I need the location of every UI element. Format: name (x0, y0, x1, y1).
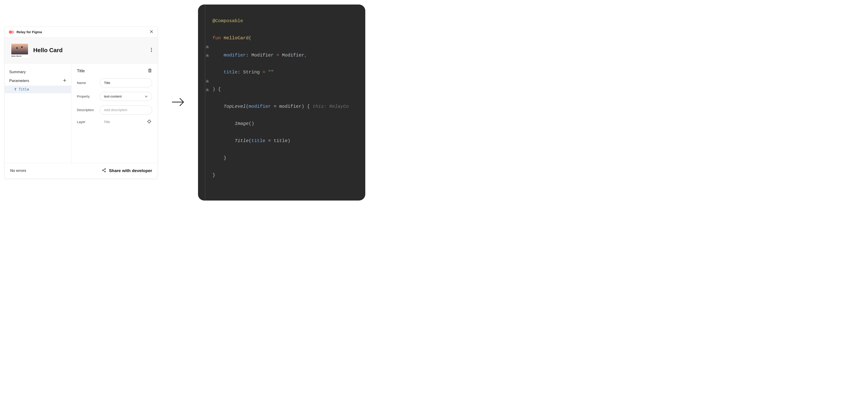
svg-point-2 (151, 51, 152, 52)
add-parameter-icon[interactable] (63, 78, 67, 83)
fold-icon[interactable] (206, 45, 209, 48)
plugin-title: Relay for Figma (17, 30, 42, 34)
delete-icon[interactable] (148, 68, 152, 74)
parameter-detail: Title Name Title Property text-content (71, 64, 158, 163)
field-description-row: Description Add description (77, 105, 152, 114)
fold-icon[interactable] (206, 88, 209, 91)
panel-footer: No errors Share with developer (5, 163, 158, 178)
share-button[interactable]: Share with developer (102, 168, 152, 173)
code-gutter (198, 4, 205, 201)
name-label: Name (77, 81, 96, 85)
property-label: Property (77, 94, 96, 98)
layer-label: Layer (77, 120, 96, 124)
fold-icon[interactable] (206, 54, 209, 57)
svg-point-0 (151, 48, 152, 49)
description-input[interactable]: Add description (100, 105, 152, 114)
name-input[interactable]: Title (100, 78, 152, 88)
errors-status: No errors (10, 168, 26, 173)
fold-icon[interactable] (206, 79, 209, 83)
relay-plugin-panel: Relay for Figma Hello World Hello Card S… (4, 27, 158, 179)
property-select[interactable]: text-content (100, 92, 152, 101)
share-icon (102, 168, 106, 173)
layer-value: Title (100, 120, 110, 124)
text-type-icon: T (14, 88, 17, 91)
parameters-label: Parameters (9, 78, 29, 83)
svg-point-1 (151, 49, 152, 50)
relay-logo-icon (9, 30, 14, 34)
code-fold-column (205, 4, 209, 201)
field-layer-row: Layer Title (77, 119, 152, 125)
description-label: Description (77, 108, 96, 112)
component-name: Hello Card (33, 47, 63, 54)
sidebar: Summary Parameters T Title (5, 64, 71, 163)
code-preview: @Composable fun HelloCard( modifier: Mod… (198, 4, 365, 201)
locate-layer-icon[interactable] (147, 119, 152, 125)
chevron-down-icon (145, 94, 148, 98)
more-options-icon[interactable] (151, 48, 152, 53)
code-content: @Composable fun HelloCard( modifier: Mod… (209, 4, 365, 201)
component-header: Hello World Hello Card (5, 37, 158, 64)
sidebar-summary[interactable]: Summary (5, 68, 71, 76)
field-property-row: Property text-content (77, 92, 152, 101)
component-thumbnail: Hello World (10, 42, 29, 58)
svg-point-3 (148, 120, 151, 123)
parameter-item-title[interactable]: T Title (5, 85, 71, 93)
parameter-item-label: Title (19, 88, 29, 92)
close-icon[interactable] (149, 30, 153, 35)
share-label: Share with developer (109, 168, 152, 173)
sidebar-parameters-header: Parameters (5, 76, 71, 85)
detail-heading: Title (77, 68, 85, 73)
arrow-right-icon (171, 97, 184, 108)
plugin-titlebar: Relay for Figma (5, 27, 158, 37)
thumbnail-caption: Hello World (11, 55, 28, 57)
field-name-row: Name Title (77, 78, 152, 88)
